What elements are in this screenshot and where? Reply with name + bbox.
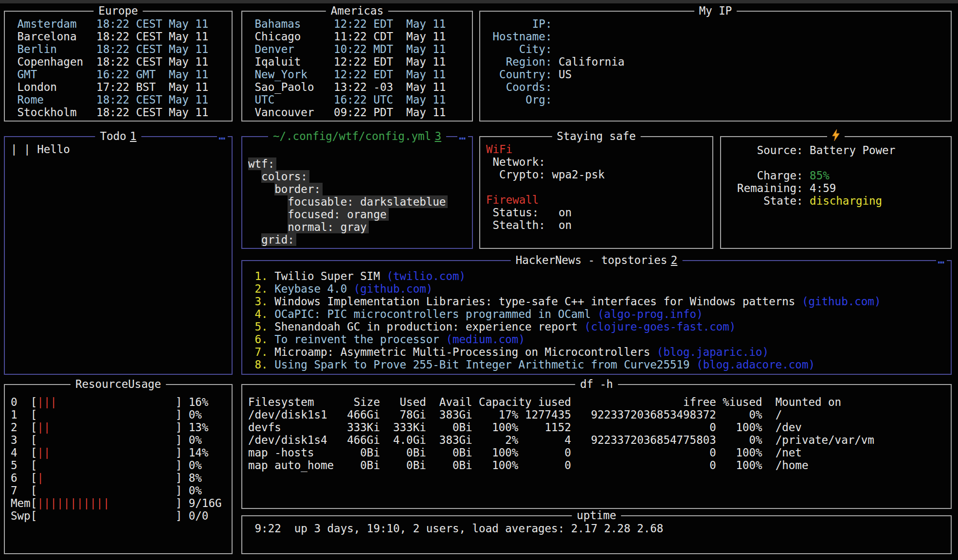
todo-list: | | Hello xyxy=(5,137,232,374)
clock-row: New_York 12:22 EDT May 11 xyxy=(248,68,470,81)
clock-row: GMT 16:22 GMT May 11 xyxy=(11,68,230,81)
clocks-americas-list: Bahamas 12:22 EDT May 11 Chicago 11:22 C… xyxy=(242,12,472,121)
ip-info-row: Country: US xyxy=(486,68,949,81)
security-row: Stealth: on xyxy=(486,219,710,231)
panel-config-yml[interactable]: ~/.config/wtf/config.yml3 … wtf: colors:… xyxy=(241,136,473,249)
yaml-line: focusable: darkslateblue xyxy=(248,195,470,208)
clock-row: Sao_Paolo 13:22 -03 May 11 xyxy=(248,81,470,93)
security-row: Crypto: wpa2-psk xyxy=(486,168,710,181)
clock-row: Vancouver 09:22 PDT May 11 xyxy=(248,106,470,119)
meter-row: 3 [ ] 0% xyxy=(11,434,230,446)
battery-status-list: Source: Battery Power Charge: 85% Remain… xyxy=(721,137,951,248)
my-ip-fields: IP: Hostname: City: Region: California C… xyxy=(480,12,951,121)
clock-row: Bahamas 12:22 EDT May 11 xyxy=(248,18,470,30)
uptime-line: 9:22 up 3 days, 19:10, 2 users, load ave… xyxy=(248,522,949,535)
hackernews-story-list: 1. Twilio Super SIM (twilio.com) 2. Keyb… xyxy=(242,261,951,374)
clock-row: Berlin 18:22 CEST May 11 xyxy=(11,43,230,55)
cpu-memory-meters: 0 [||| ] 16%1 [ ] 0%2 [|| ] 13%3 [ ] 0%4… xyxy=(5,385,232,553)
panel-staying-safe: Staying safe WiFi Network: Crypto: wpa2-… xyxy=(479,136,713,249)
ip-info-row: Hostname: xyxy=(486,30,949,43)
meter-row: 0 [||| ] 16% xyxy=(11,396,230,408)
ip-info-row: IP: xyxy=(486,18,949,30)
meter-row: 2 [|| ] 13% xyxy=(11,421,230,434)
story-row: 6. To reinvent the processor (medium.com… xyxy=(248,333,949,346)
security-status-list: WiFi Network: Crypto: wpa2-pskFirewall S… xyxy=(480,137,712,248)
blank-line xyxy=(248,145,470,158)
clock-row: Rome 18:22 CEST May 11 xyxy=(11,93,230,106)
ip-info-row: Org: xyxy=(486,93,949,106)
clock-row: UTC 16:22 UTC May 11 xyxy=(248,93,470,106)
table-row: map -hosts 0Bi 0Bi 0Bi 100% 0 0 100% /ne… xyxy=(248,446,949,459)
config-yaml-view: wtf: colors: border: focusable: darkslat… xyxy=(242,137,472,248)
yaml-line: normal: gray xyxy=(248,221,470,233)
security-row xyxy=(486,181,710,193)
uptime-text: 9:22 up 3 days, 19:10, 2 users, load ave… xyxy=(242,516,951,553)
yaml-line: wtf: xyxy=(248,158,470,170)
meter-row: 5 [ ] 0% xyxy=(11,459,230,472)
todo-item: | | Hello xyxy=(11,143,230,156)
clock-row: Chicago 11:22 CDT May 11 xyxy=(248,30,470,43)
story-row: 1. Twilio Super SIM (twilio.com) xyxy=(248,270,949,282)
terminal-top-bar xyxy=(0,0,958,3)
meter-row: Mem[||||||||||| ] 9/16G xyxy=(11,497,230,509)
clock-row: Iqaluit 12:22 EDT May 11 xyxy=(248,55,470,68)
ip-info-row: City: xyxy=(486,43,949,55)
battery-row: State: discharging xyxy=(724,194,949,207)
meter-row: Swp[ ] 0/0 xyxy=(11,509,230,522)
table-header-row: Filesystem Size Used Avail Capacity iuse… xyxy=(248,396,949,408)
security-row: WiFi xyxy=(486,143,710,156)
clock-row: London 17:22 BST May 11 xyxy=(11,81,230,93)
wtf-terminal-dashboard: { "ui": { "more_indicator": "…" }, "colo… xyxy=(0,0,958,560)
panel-resource-usage: ResourceUsage 0 [||| ] 16%1 [ ] 0%2 [|| … xyxy=(4,384,233,554)
panel-battery: Source: Battery Power Charge: 85% Remain… xyxy=(720,136,952,249)
panel-hackernews[interactable]: HackerNews - topstories2 … 1. Twilio Sup… xyxy=(241,260,952,375)
story-row: 7. Microamp: Asymmetric Multi-Processing… xyxy=(248,346,949,358)
blank-line xyxy=(724,157,949,169)
battery-row: Source: Battery Power xyxy=(724,144,949,157)
table-row: /dev/disk1s1 466Gi 78Gi 383Gi 17% 127743… xyxy=(248,408,949,421)
filesystem-table: Filesystem Size Used Avail Capacity iuse… xyxy=(242,385,951,508)
clock-row: Denver 10:22 MDT May 11 xyxy=(248,43,470,55)
panel-clocks-europe: Europe Amsterdam 18:22 CEST May 11 Barce… xyxy=(4,11,233,122)
battery-row: Remaining: 4:59 xyxy=(724,182,949,194)
table-row: /dev/disk1s4 466Gi 4.0Gi 383Gi 2% 4 9223… xyxy=(248,434,949,446)
yaml-line: focused: orange xyxy=(248,208,470,221)
table-row: map auto_home 0Bi 0Bi 0Bi 100% 0 0 100% … xyxy=(248,459,949,472)
ip-info-row: Coords: xyxy=(486,81,949,93)
meter-row: 6 [| ] 8% xyxy=(11,472,230,484)
clock-row: Amsterdam 18:22 CEST May 11 xyxy=(11,18,230,30)
security-row: Network: xyxy=(486,156,710,168)
yaml-line: grid: xyxy=(248,233,470,246)
security-row: Firewall xyxy=(486,193,710,206)
story-row: 2. Keybase 4.0 (github.com) xyxy=(248,282,949,295)
panel-my-ip: My IP IP: Hostname: City: Region: Califo… xyxy=(479,11,952,122)
clock-row: Barcelona 18:22 CEST May 11 xyxy=(11,30,230,43)
meter-row: 1 [ ] 0% xyxy=(11,408,230,421)
security-row: Status: on xyxy=(486,206,710,219)
story-row: 8. Using Spark to Prove 255-Bit Integer … xyxy=(248,358,949,371)
panel-disk-free: df -h Filesystem Size Used Avail Capacit… xyxy=(241,384,952,509)
panel-todo[interactable]: Todo1 … | | Hello xyxy=(4,136,233,375)
story-row: 5. Shenandoah GC in production: experien… xyxy=(248,320,949,333)
clocks-europe-list: Amsterdam 18:22 CEST May 11 Barcelona 18… xyxy=(5,12,232,121)
ip-info-row: Region: California xyxy=(486,55,949,68)
story-row: 3. Windows Implementation Libraries: typ… xyxy=(248,295,949,308)
table-row: devfs 333Ki 333Ki 0Bi 100% 1152 0 100% /… xyxy=(248,421,949,434)
yaml-line: colors: xyxy=(248,170,470,183)
meter-row: 4 [|| ] 14% xyxy=(11,446,230,459)
panel-uptime: uptime 9:22 up 3 days, 19:10, 2 users, l… xyxy=(241,515,952,554)
meter-row: 7 [ ] 0% xyxy=(11,484,230,497)
yaml-line: border: xyxy=(248,183,470,195)
clock-row: Stockholm 18:22 CEST May 11 xyxy=(11,106,230,119)
battery-row: Charge: 85% xyxy=(724,169,949,182)
panel-clocks-americas: Americas Bahamas 12:22 EDT May 11 Chicag… xyxy=(241,11,473,122)
clock-row: Copenhagen 18:22 CEST May 11 xyxy=(11,55,230,68)
story-row: 4. OCaPIC: PIC microcontrollers programm… xyxy=(248,308,949,320)
